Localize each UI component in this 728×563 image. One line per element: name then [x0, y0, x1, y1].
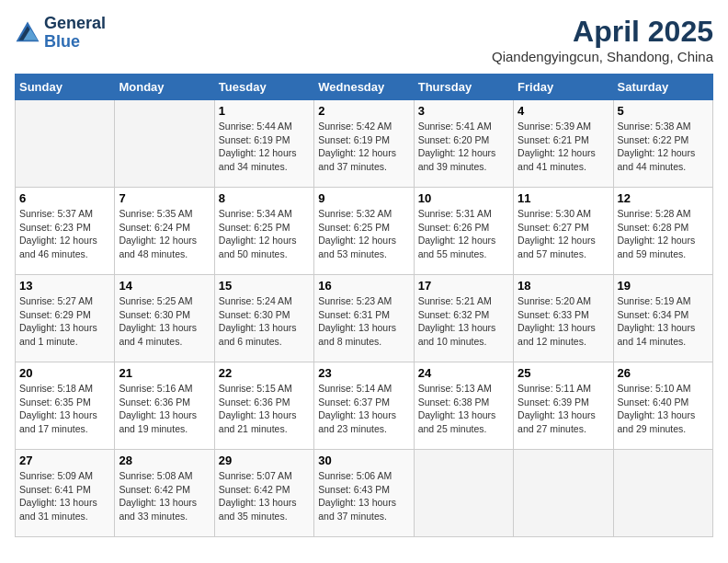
- weekday-header-friday: Friday: [514, 75, 613, 100]
- day-info: Sunrise: 5:37 AM Sunset: 6:23 PM Dayligh…: [19, 207, 110, 261]
- day-info: Sunrise: 5:07 AM Sunset: 6:42 PM Dayligh…: [219, 469, 310, 523]
- day-info: Sunrise: 5:41 AM Sunset: 6:20 PM Dayligh…: [418, 120, 509, 174]
- logo-icon: [15, 20, 40, 46]
- day-info: Sunrise: 5:08 AM Sunset: 6:42 PM Dayligh…: [119, 469, 210, 523]
- day-number: 8: [219, 191, 310, 205]
- week-row: 1Sunrise: 5:44 AM Sunset: 6:19 PM Daylig…: [16, 100, 713, 188]
- day-info: Sunrise: 5:10 AM Sunset: 6:40 PM Dayligh…: [618, 382, 709, 436]
- day-number: 16: [318, 279, 409, 293]
- calendar-cell: 28Sunrise: 5:08 AM Sunset: 6:42 PM Dayli…: [115, 450, 214, 537]
- title-area: April 2025 Qiandengyingcun, Shandong, Ch…: [492, 15, 713, 64]
- header: General Blue April 2025 Qiandengyingcun,…: [15, 15, 713, 64]
- day-number: 4: [518, 104, 609, 118]
- calendar-cell: 16Sunrise: 5:23 AM Sunset: 6:31 PM Dayli…: [314, 275, 414, 362]
- calendar-cell: 23Sunrise: 5:14 AM Sunset: 6:37 PM Dayli…: [314, 362, 414, 450]
- logo-general-text: General: [44, 14, 106, 32]
- day-number: 7: [119, 191, 210, 205]
- day-number: 1: [219, 104, 310, 118]
- day-info: Sunrise: 5:23 AM Sunset: 6:31 PM Dayligh…: [318, 294, 409, 349]
- day-number: 14: [119, 279, 210, 293]
- calendar-cell: 10Sunrise: 5:31 AM Sunset: 6:26 PM Dayli…: [414, 188, 513, 275]
- day-info: Sunrise: 5:06 AM Sunset: 6:43 PM Dayligh…: [318, 469, 409, 523]
- day-number: 3: [418, 104, 509, 118]
- day-info: Sunrise: 5:19 AM Sunset: 6:34 PM Dayligh…: [618, 294, 709, 349]
- day-number: 10: [418, 191, 509, 205]
- day-number: 23: [318, 366, 409, 380]
- calendar-cell: 7Sunrise: 5:35 AM Sunset: 6:24 PM Daylig…: [115, 188, 214, 275]
- calendar-cell: 9Sunrise: 5:32 AM Sunset: 6:25 PM Daylig…: [314, 188, 414, 275]
- day-info: Sunrise: 5:44 AM Sunset: 6:19 PM Dayligh…: [219, 120, 310, 174]
- day-info: Sunrise: 5:20 AM Sunset: 6:33 PM Dayligh…: [518, 294, 609, 349]
- day-number: 2: [318, 104, 409, 118]
- week-row: 6Sunrise: 5:37 AM Sunset: 6:23 PM Daylig…: [16, 188, 713, 275]
- weekday-header-row: SundayMondayTuesdayWednesdayThursdayFrid…: [16, 75, 713, 100]
- day-info: Sunrise: 5:21 AM Sunset: 6:32 PM Dayligh…: [418, 294, 509, 349]
- day-info: Sunrise: 5:38 AM Sunset: 6:22 PM Dayligh…: [618, 120, 709, 174]
- calendar-cell: [414, 450, 513, 537]
- calendar-cell: 1Sunrise: 5:44 AM Sunset: 6:19 PM Daylig…: [214, 100, 313, 188]
- day-number: 9: [318, 191, 409, 205]
- calendar-cell: 27Sunrise: 5:09 AM Sunset: 6:41 PM Dayli…: [16, 450, 115, 537]
- day-info: Sunrise: 5:18 AM Sunset: 6:35 PM Dayligh…: [19, 382, 110, 436]
- weekday-header-thursday: Thursday: [414, 75, 513, 100]
- calendar-cell: 30Sunrise: 5:06 AM Sunset: 6:43 PM Dayli…: [314, 450, 414, 537]
- day-number: 12: [618, 191, 709, 205]
- day-number: 28: [119, 454, 210, 467]
- calendar-cell: 5Sunrise: 5:38 AM Sunset: 6:22 PM Daylig…: [613, 100, 712, 188]
- calendar-cell: 12Sunrise: 5:28 AM Sunset: 6:28 PM Dayli…: [613, 188, 712, 275]
- day-info: Sunrise: 5:39 AM Sunset: 6:21 PM Dayligh…: [518, 120, 609, 174]
- day-info: Sunrise: 5:15 AM Sunset: 6:36 PM Dayligh…: [219, 382, 310, 436]
- day-info: Sunrise: 5:25 AM Sunset: 6:30 PM Dayligh…: [119, 294, 210, 349]
- day-number: 29: [219, 454, 310, 467]
- day-info: Sunrise: 5:30 AM Sunset: 6:27 PM Dayligh…: [518, 207, 609, 261]
- day-info: Sunrise: 5:11 AM Sunset: 6:39 PM Dayligh…: [518, 382, 609, 436]
- day-info: Sunrise: 5:34 AM Sunset: 6:25 PM Dayligh…: [219, 207, 310, 261]
- calendar-cell: 24Sunrise: 5:13 AM Sunset: 6:38 PM Dayli…: [414, 362, 513, 450]
- day-number: 26: [618, 366, 709, 380]
- week-row: 20Sunrise: 5:18 AM Sunset: 6:35 PM Dayli…: [16, 362, 713, 450]
- day-number: 21: [119, 366, 210, 380]
- day-number: 24: [418, 366, 509, 380]
- weekday-header-wednesday: Wednesday: [314, 75, 414, 100]
- calendar-cell: 17Sunrise: 5:21 AM Sunset: 6:32 PM Dayli…: [414, 275, 513, 362]
- logo-blue-text: Blue: [44, 32, 80, 51]
- calendar-cell: 11Sunrise: 5:30 AM Sunset: 6:27 PM Dayli…: [514, 188, 613, 275]
- calendar-cell: [115, 100, 214, 188]
- day-number: 11: [518, 191, 609, 205]
- day-number: 6: [19, 191, 110, 205]
- day-info: Sunrise: 5:16 AM Sunset: 6:36 PM Dayligh…: [119, 382, 210, 436]
- calendar-cell: 25Sunrise: 5:11 AM Sunset: 6:39 PM Dayli…: [514, 362, 613, 450]
- logo: General Blue: [15, 15, 106, 52]
- day-info: Sunrise: 5:35 AM Sunset: 6:24 PM Dayligh…: [119, 207, 210, 261]
- day-number: 19: [618, 279, 709, 293]
- day-number: 15: [219, 279, 310, 293]
- month-title: April 2025: [492, 15, 713, 49]
- weekday-header-saturday: Saturday: [613, 75, 712, 100]
- day-info: Sunrise: 5:24 AM Sunset: 6:30 PM Dayligh…: [219, 294, 310, 349]
- day-number: 22: [219, 366, 310, 380]
- day-number: 13: [19, 279, 110, 293]
- calendar-cell: 3Sunrise: 5:41 AM Sunset: 6:20 PM Daylig…: [414, 100, 513, 188]
- weekday-header-tuesday: Tuesday: [214, 75, 313, 100]
- calendar-cell: [613, 450, 712, 537]
- calendar-cell: 21Sunrise: 5:16 AM Sunset: 6:36 PM Dayli…: [115, 362, 214, 450]
- logo-text: General Blue: [44, 15, 106, 52]
- day-info: Sunrise: 5:09 AM Sunset: 6:41 PM Dayligh…: [19, 469, 110, 523]
- week-row: 27Sunrise: 5:09 AM Sunset: 6:41 PM Dayli…: [16, 450, 713, 537]
- location-subtitle: Qiandengyingcun, Shandong, China: [492, 49, 713, 64]
- week-row: 13Sunrise: 5:27 AM Sunset: 6:29 PM Dayli…: [16, 275, 713, 362]
- calendar-cell: 6Sunrise: 5:37 AM Sunset: 6:23 PM Daylig…: [16, 188, 115, 275]
- calendar-cell: 20Sunrise: 5:18 AM Sunset: 6:35 PM Dayli…: [16, 362, 115, 450]
- day-info: Sunrise: 5:27 AM Sunset: 6:29 PM Dayligh…: [19, 294, 110, 349]
- day-number: 25: [518, 366, 609, 380]
- calendar-cell: 29Sunrise: 5:07 AM Sunset: 6:42 PM Dayli…: [214, 450, 313, 537]
- calendar-cell: 18Sunrise: 5:20 AM Sunset: 6:33 PM Dayli…: [514, 275, 613, 362]
- day-info: Sunrise: 5:14 AM Sunset: 6:37 PM Dayligh…: [318, 382, 409, 436]
- calendar-table: SundayMondayTuesdayWednesdayThursdayFrid…: [15, 74, 713, 537]
- calendar-cell: 22Sunrise: 5:15 AM Sunset: 6:36 PM Dayli…: [214, 362, 313, 450]
- weekday-header-sunday: Sunday: [16, 75, 115, 100]
- calendar-cell: [16, 100, 115, 188]
- calendar-cell: 15Sunrise: 5:24 AM Sunset: 6:30 PM Dayli…: [214, 275, 313, 362]
- calendar-cell: [514, 450, 613, 537]
- day-number: 18: [518, 279, 609, 293]
